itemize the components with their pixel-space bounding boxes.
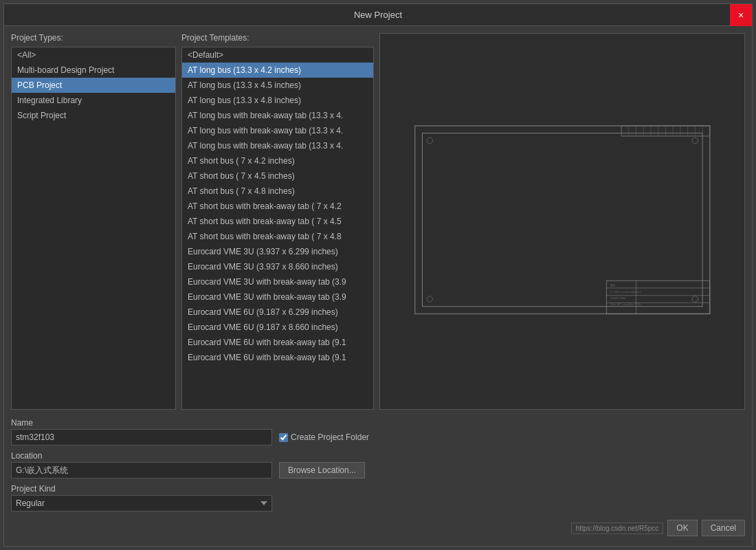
location-label: Location (11, 451, 745, 461)
cancel-button[interactable]: Cancel (702, 520, 745, 536)
template-t2[interactable]: AT long bus (13.3 x 4.5 inches) (182, 78, 373, 93)
ok-button[interactable]: OK (667, 520, 697, 536)
template-t19[interactable]: Eurocard VME 6U with break-away tab (9.1 (182, 335, 373, 350)
name-section: Name Create Project Folder (11, 418, 745, 446)
project-kind-row: Regular Managed (11, 495, 745, 512)
dialog-body: Project Types: <All> Multi-board Design … (4, 26, 752, 546)
template-t3[interactable]: AT long bus (13.3 x 4.8 inches) (182, 93, 373, 108)
pcb-preview: 5A © 2023 CompanyName 12345-0001 Title: … (408, 72, 718, 372)
dialog-wrapper: New Project × Project Types: <All> Multi… (0, 0, 756, 550)
svg-rect-0 (414, 126, 709, 314)
template-t11[interactable]: AT short bus with break-away tab ( 7 x 4… (182, 214, 373, 229)
template-t16[interactable]: Eurocard VME 3U with break-away tab (3.9 (182, 289, 373, 305)
svg-point-26 (692, 296, 698, 302)
project-templates-panel: Project Templates: <Default> AT long bus… (181, 33, 374, 410)
project-types-panel: Project Types: <All> Multi-board Design … (11, 33, 176, 410)
template-t8[interactable]: AT short bus ( 7 x 4.5 inches) (182, 168, 373, 184)
svg-text:Title: AT Long Bus PCB: Title: AT Long Bus PCB (610, 302, 641, 305)
template-t9[interactable]: AT short bus ( 7 x 4.8 inches) (182, 184, 373, 199)
footer-row: https://blog.csdn.net/R5pcc OK Cancel (11, 517, 745, 539)
preview-panel: 5A © 2023 CompanyName 12345-0001 Title: … (379, 33, 745, 410)
location-section: Location Browse Location... (11, 451, 745, 478)
location-input[interactable] (11, 462, 272, 478)
template-t20[interactable]: Eurocard VME 6U with break-away tab (9.1 (182, 350, 373, 365)
project-types-list: <All> Multi-board Design Project PCB Pro… (11, 47, 176, 410)
svg-point-25 (427, 296, 433, 302)
template-t13[interactable]: Eurocard VME 3U (3.937 x 6.299 inches) (182, 244, 373, 259)
project-kind-section: Project Kind Regular Managed (11, 484, 745, 512)
pcb-diagram: 5A © 2023 CompanyName 12345-0001 Title: … (408, 72, 718, 372)
bottom-section: Name Create Project Folder Location (11, 415, 745, 539)
template-t17[interactable]: Eurocard VME 6U (9.187 x 6.299 inches) (182, 305, 373, 320)
browse-location-button[interactable]: Browse Location... (279, 462, 365, 478)
list-item-pcb[interactable]: PCB Project (12, 78, 175, 93)
template-t18[interactable]: Eurocard VME 6U (9.187 x 8.660 inches) (182, 320, 373, 335)
svg-text:12345-0001: 12345-0001 (610, 296, 626, 300)
create-folder-label[interactable]: Create Project Folder (279, 432, 369, 442)
new-project-dialog: New Project × Project Types: <All> Multi… (3, 3, 753, 547)
svg-text:© 2023 CompanyName: © 2023 CompanyName (610, 290, 641, 294)
url-badge: https://blog.csdn.net/R5pcc (571, 522, 664, 534)
project-kind-select[interactable]: Regular Managed (11, 495, 272, 512)
top-section: Project Types: <All> Multi-board Design … (11, 33, 745, 410)
title-bar: New Project × (4, 4, 752, 26)
template-t1[interactable]: AT long bus (13.3 x 4.2 inches) (182, 63, 373, 78)
project-kind-label: Project Kind (11, 484, 745, 494)
list-item-library[interactable]: Integrated Library (12, 93, 175, 108)
list-item-all[interactable]: <All> (12, 47, 175, 63)
template-t7[interactable]: AT short bus ( 7 x 4.2 inches) (182, 153, 373, 168)
template-t15[interactable]: Eurocard VME 3U with break-away tab (3.9 (182, 274, 373, 289)
template-t4[interactable]: AT long bus with break-away tab (13.3 x … (182, 108, 373, 123)
template-t10[interactable]: AT short bus with break-away tab ( 7 x 4… (182, 199, 373, 214)
template-t12[interactable]: AT short bus with break-away tab ( 7 x 4… (182, 229, 373, 244)
create-folder-text: Create Project Folder (291, 432, 369, 442)
svg-text:5A: 5A (610, 283, 615, 287)
list-item-multiboard[interactable]: Multi-board Design Project (12, 63, 175, 78)
project-types-label: Project Types: (11, 33, 176, 43)
list-item-script[interactable]: Script Project (12, 108, 175, 123)
name-label: Name (11, 418, 745, 428)
template-t6[interactable]: AT long bus with break-away tab (13.3 x … (182, 138, 373, 153)
dialog-title: New Project (354, 10, 402, 20)
project-templates-list[interactable]: <Default> AT long bus (13.3 x 4.2 inches… (181, 47, 374, 410)
create-folder-checkbox[interactable] (279, 433, 288, 442)
svg-point-24 (692, 138, 698, 144)
name-row: Create Project Folder (11, 429, 745, 446)
template-t14[interactable]: Eurocard VME 3U (3.937 x 8.660 inches) (182, 259, 373, 274)
project-templates-label: Project Templates: (181, 33, 374, 43)
location-row: Browse Location... (11, 462, 745, 478)
close-button[interactable]: × (730, 4, 752, 26)
template-t5[interactable]: AT long bus with break-away tab (13.3 x … (182, 123, 373, 138)
template-default[interactable]: <Default> (182, 47, 373, 63)
name-input[interactable] (11, 429, 272, 446)
svg-point-23 (427, 138, 433, 144)
